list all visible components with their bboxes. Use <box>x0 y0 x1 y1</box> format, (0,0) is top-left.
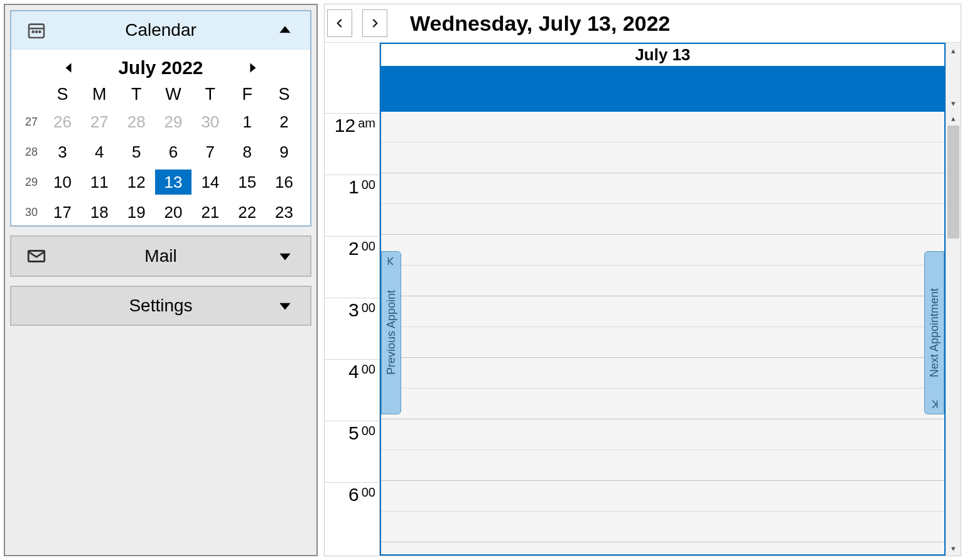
time-slot[interactable] <box>381 143 944 173</box>
time-label: 200 <box>325 236 379 298</box>
time-slot[interactable] <box>381 419 944 450</box>
time-gutter: 12am100200300400500600 <box>325 43 380 556</box>
previous-appointment-label: Previous Appoint <box>385 290 398 375</box>
time-slot[interactable] <box>381 173 944 204</box>
dow-header: T <box>118 85 155 104</box>
time-slot[interactable] <box>381 235 944 266</box>
previous-appointment-tab[interactable]: Previous Appoint <box>381 251 401 414</box>
time-label: 600 <box>325 482 379 544</box>
calendar-day[interactable]: 12 <box>118 170 155 195</box>
time-slot[interactable] <box>381 266 944 296</box>
calendar-day[interactable]: 26 <box>44 109 81 134</box>
calendar-day[interactable]: 15 <box>229 170 266 195</box>
time-slot[interactable] <box>381 296 944 327</box>
calendar-day[interactable]: 27 <box>81 109 118 134</box>
time-slot[interactable] <box>381 358 944 389</box>
calendar-day[interactable]: 1 <box>229 109 266 134</box>
calendar-day[interactable]: 4 <box>81 139 118 164</box>
day-column: July 13 Previous Appoint Next Appointmen… <box>380 43 946 556</box>
time-label: 500 <box>325 421 379 482</box>
calendar-day[interactable]: 8 <box>229 139 266 164</box>
mail-panel: Mail <box>10 235 311 277</box>
time-slot[interactable] <box>381 112 944 143</box>
mini-month: July 2022 SMTWTFS27262728293012283456789… <box>11 50 310 225</box>
prev-day-button[interactable] <box>327 9 352 37</box>
time-slot[interactable] <box>381 450 944 481</box>
dow-header: F <box>229 85 266 104</box>
week-number: 28 <box>19 139 44 164</box>
calendar-day[interactable]: 20 <box>155 200 192 223</box>
day-column-header: July 13 <box>381 44 944 67</box>
time-label: 12am <box>325 113 379 175</box>
calendar-day[interactable]: 17 <box>44 200 81 223</box>
sidebar: Calendar July 2022 SMTWTFS27262728293012… <box>4 4 318 556</box>
calendar-day[interactable]: 3 <box>44 139 81 164</box>
next-month-button[interactable] <box>241 60 265 76</box>
vertical-scrollbar[interactable]: ▴ ▾ ▴ ▾ <box>946 43 961 556</box>
mail-icon <box>24 245 49 267</box>
mini-month-header: July 2022 <box>19 53 303 85</box>
dow-header: S <box>266 85 303 104</box>
calendar-day[interactable]: 21 <box>191 200 229 223</box>
time-label: 300 <box>325 298 379 359</box>
calendar-panel: Calendar July 2022 SMTWTFS27262728293012… <box>10 10 311 227</box>
date-title: Wednesday, July 13, 2022 <box>410 11 671 36</box>
day-view-header: Wednesday, July 13, 2022 <box>325 4 961 42</box>
prev-month-button[interactable] <box>57 60 80 76</box>
mail-panel-title: Mail <box>49 246 272 266</box>
chevron-up-icon <box>272 22 298 38</box>
week-number: 30 <box>19 200 44 223</box>
calendar-day[interactable]: 23 <box>266 200 303 223</box>
calendar-day[interactable]: 9 <box>266 139 303 164</box>
time-slot[interactable] <box>381 327 944 358</box>
time-slots[interactable]: Previous Appoint Next Appointment <box>381 112 944 554</box>
scroll-down-allday-icon[interactable]: ▾ <box>946 95 961 110</box>
time-slot[interactable] <box>381 204 944 235</box>
calendar-day[interactable]: 14 <box>191 170 229 195</box>
calendar-day[interactable]: 22 <box>229 200 266 223</box>
svg-point-2 <box>33 31 34 33</box>
calendar-day[interactable]: 29 <box>155 109 192 134</box>
svg-point-4 <box>39 31 40 33</box>
day-view: Wednesday, July 13, 2022 12am10020030040… <box>324 4 961 556</box>
time-slot[interactable] <box>381 481 944 512</box>
calendar-day[interactable]: 13 <box>155 170 192 195</box>
calendar-day[interactable]: 2 <box>266 109 303 134</box>
scroll-down-arrow-icon[interactable]: ▾ <box>946 541 961 556</box>
calendar-day[interactable]: 11 <box>81 170 118 195</box>
time-slot[interactable] <box>381 512 944 542</box>
scroll-track[interactable] <box>946 126 961 541</box>
scroll-up-allday-icon[interactable]: ▴ <box>946 43 961 58</box>
settings-panel-title: Settings <box>49 296 272 316</box>
scroll-thumb[interactable] <box>947 126 959 239</box>
calendar-icon <box>24 20 49 40</box>
settings-panel: Settings <box>10 286 311 326</box>
dow-header: W <box>155 85 192 104</box>
calendar-day[interactable]: 28 <box>118 109 155 134</box>
calendar-day[interactable]: 30 <box>191 109 229 134</box>
calendar-day[interactable]: 18 <box>81 200 118 223</box>
dow-header: S <box>44 85 81 104</box>
calendar-day[interactable]: 19 <box>118 200 155 223</box>
time-slot[interactable] <box>381 389 944 419</box>
calendar-day[interactable]: 16 <box>266 170 303 195</box>
calendar-day[interactable]: 10 <box>44 170 81 195</box>
calendar-day[interactable]: 5 <box>118 139 155 164</box>
next-appointment-tab[interactable]: Next Appointment <box>924 251 944 414</box>
week-number: 29 <box>19 170 44 195</box>
calendar-day[interactable]: 7 <box>191 139 229 164</box>
calendar-day[interactable]: 6 <box>155 139 192 164</box>
calendar-panel-title: Calendar <box>49 20 272 40</box>
mini-month-grid: SMTWTFS272627282930122834567892910111213… <box>19 85 303 223</box>
settings-panel-header[interactable]: Settings <box>11 287 310 325</box>
calendar-panel-header[interactable]: Calendar <box>11 11 310 50</box>
next-day-button[interactable] <box>362 9 387 37</box>
all-day-row[interactable] <box>381 67 944 112</box>
chevron-down-icon <box>272 298 298 314</box>
scroll-up-arrow-icon[interactable]: ▴ <box>946 110 961 126</box>
mail-panel-header[interactable]: Mail <box>11 237 310 276</box>
dow-header: T <box>191 85 229 104</box>
week-number: 27 <box>19 109 44 134</box>
time-label: 400 <box>325 359 379 421</box>
chevron-down-icon <box>272 248 298 264</box>
